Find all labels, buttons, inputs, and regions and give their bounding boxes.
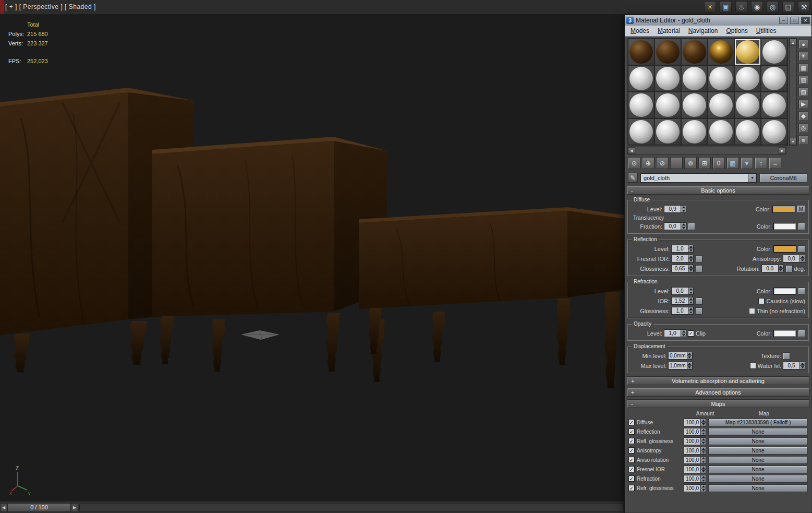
refraction-level-spinner[interactable]: 0,0 (671, 287, 694, 295)
reset-map-icon[interactable]: × (670, 157, 683, 169)
rollout-volumetric[interactable]: + Volumetric absorption and scattering (627, 376, 809, 385)
sample-slot[interactable] (708, 118, 734, 145)
menu-navigation[interactable]: Navigation (685, 26, 722, 35)
sample-uv-tiling-icon[interactable]: ▥ (798, 75, 808, 85)
background-icon[interactable]: ▦ (798, 63, 808, 73)
map-enable-checkbox[interactable] (628, 419, 635, 425)
go-forward-to-sibling-icon[interactable]: → (769, 157, 781, 169)
sample-slot[interactable] (761, 65, 787, 92)
previous-frame-button[interactable]: ◀ (0, 503, 7, 512)
diffuse-level-spinner[interactable]: 0,9 (664, 205, 686, 213)
map-amount-spinner[interactable]: 100,0 (684, 484, 706, 492)
sample-slot[interactable] (681, 118, 708, 145)
map-button[interactable]: None (708, 475, 808, 483)
sample-slot[interactable] (655, 65, 681, 92)
assign-material-to-selection-icon[interactable]: ⊘ (656, 157, 669, 169)
slot-horizontal-scrollbar[interactable]: ◀ ▶ (627, 147, 786, 154)
sample-slot[interactable] (655, 118, 681, 145)
sample-slot[interactable] (708, 65, 734, 92)
ior-spinner[interactable]: 1,52 (671, 297, 694, 305)
make-preview-icon[interactable]: ▶ (798, 99, 808, 109)
clip-checkbox[interactable] (688, 330, 694, 337)
fraction-map-button[interactable] (688, 223, 695, 230)
map-button[interactable]: None (708, 484, 808, 492)
map-button[interactable]: None (708, 428, 808, 436)
minimize-button[interactable]: – (779, 17, 788, 24)
fresnel-ior-spinner[interactable]: 2,0 (671, 255, 694, 263)
render-setup-icon[interactable]: ♨ (735, 1, 747, 13)
sample-slot[interactable] (681, 39, 708, 65)
opacity-level-spinner[interactable]: 1,0 (664, 329, 686, 337)
time-slider-track[interactable] (79, 504, 624, 511)
map-enable-checkbox[interactable] (628, 457, 635, 463)
sample-slot[interactable] (628, 92, 655, 118)
reflection-level-spinner[interactable]: 1,0 (671, 245, 694, 253)
refraction-map-button[interactable] (798, 288, 805, 295)
map-amount-spinner[interactable]: 100,0 (684, 428, 706, 436)
select-by-material-icon[interactable]: ◎ (798, 123, 808, 133)
scroll-track[interactable] (635, 147, 779, 154)
fresnel-map-button[interactable] (695, 255, 702, 263)
map-amount-spinner[interactable]: 100,0 (684, 447, 706, 455)
map-enable-checkbox[interactable] (628, 428, 635, 435)
dropdown-arrow-icon[interactable]: ▼ (748, 174, 756, 182)
map-button[interactable]: None (708, 437, 808, 445)
translucency-map-button[interactable] (798, 223, 805, 230)
map-enable-checkbox[interactable] (628, 475, 635, 482)
rotation-spinner[interactable]: 0,0 (761, 265, 784, 272)
backlight-icon[interactable]: ☀ (798, 51, 808, 61)
ior-map-button[interactable] (695, 297, 702, 305)
render-production-icon[interactable]: ▤ (782, 1, 794, 13)
utilities-hammer-icon[interactable]: ⚒ (798, 1, 810, 13)
menu-modes[interactable]: Modes (627, 26, 653, 35)
sample-slot[interactable] (655, 39, 681, 65)
sample-slot[interactable] (734, 92, 761, 118)
map-amount-spinner[interactable]: 100,0 (684, 437, 706, 445)
refr-glossiness-map-button[interactable] (695, 307, 702, 315)
map-enable-checkbox[interactable] (628, 447, 635, 454)
menu-options[interactable]: Options (722, 26, 751, 35)
rotation-map-button[interactable] (785, 265, 793, 272)
video-color-check-icon[interactable]: ▨ (798, 87, 808, 97)
show-end-result-icon[interactable]: ▼ (741, 157, 753, 169)
make-material-copy-icon[interactable]: ⊚ (684, 157, 697, 169)
menu-material[interactable]: Material (654, 26, 684, 35)
reflection-map-button[interactable] (798, 245, 805, 253)
show-map-in-viewport-icon[interactable]: ▦ (726, 157, 739, 169)
map-enable-checkbox[interactable] (628, 466, 635, 472)
go-to-parent-icon[interactable]: ↑ (755, 157, 767, 169)
material-type-button[interactable]: CoronaMtl (759, 173, 807, 183)
sample-slot[interactable] (655, 92, 681, 118)
next-frame-button[interactable]: ▶ (71, 503, 78, 512)
render-iterative-icon[interactable]: ◎ (767, 1, 779, 13)
map-enable-checkbox[interactable] (628, 485, 635, 491)
sample-slot[interactable] (761, 39, 787, 65)
map-button[interactable]: None (708, 466, 808, 473)
opacity-map-button[interactable] (798, 330, 805, 337)
sample-slot[interactable] (708, 39, 734, 65)
scroll-right-icon[interactable]: ▶ (779, 147, 786, 154)
map-amount-spinner[interactable]: 100,0 (684, 475, 706, 483)
rendered-frame-window-icon[interactable]: ▣ (720, 1, 732, 13)
refraction-color-swatch[interactable] (773, 288, 796, 295)
put-to-library-icon[interactable]: ⊞ (698, 157, 711, 169)
maximize-button[interactable]: □ (790, 17, 799, 24)
sample-slot[interactable] (761, 92, 787, 118)
options-icon[interactable]: ◆ (798, 111, 808, 121)
map-button[interactable]: None (708, 456, 808, 464)
rollout-advanced-options[interactable]: + Advanced options (627, 388, 809, 397)
map-amount-spinner[interactable]: 100,0 (684, 466, 706, 473)
scroll-up-icon[interactable]: ▲ (790, 39, 796, 46)
min-level-spinner[interactable]: 0,0mm (668, 352, 693, 360)
diffuse-map-shortcut-button[interactable]: M (797, 205, 805, 213)
put-material-to-scene-icon[interactable]: ⊕ (642, 157, 655, 169)
scroll-left-icon[interactable]: ◀ (628, 147, 635, 154)
map-button[interactable]: Map #2138383598 ( Falloff ) (708, 419, 808, 426)
sample-slot[interactable] (628, 65, 655, 92)
time-slider-thumb[interactable]: 0 / 100 (7, 503, 71, 512)
pick-material-from-object-icon[interactable]: ✎ (628, 173, 638, 183)
material-name-dropdown[interactable]: gold_cloth ▼ (640, 173, 757, 183)
refraction-glossiness-spinner[interactable]: 1,0 (671, 307, 694, 315)
map-enable-checkbox[interactable] (628, 438, 635, 444)
scroll-down-icon[interactable]: ▼ (790, 138, 796, 145)
